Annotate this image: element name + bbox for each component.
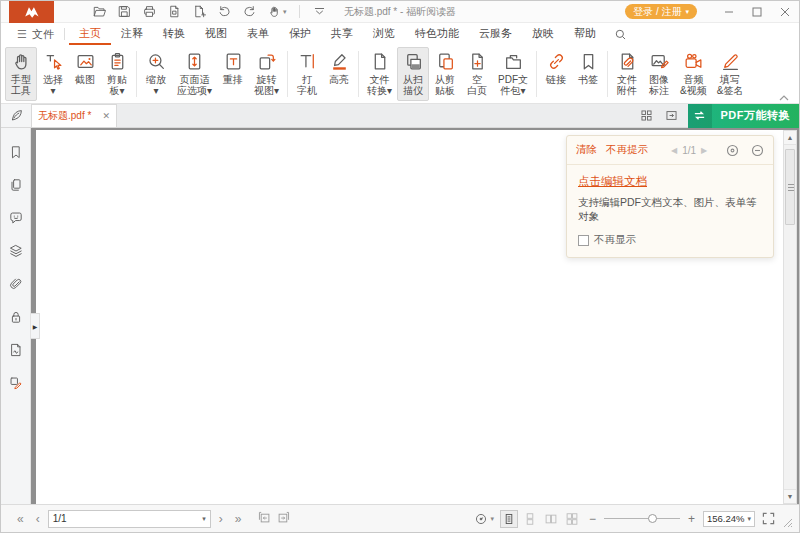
resize-grip[interactable]	[783, 518, 793, 528]
ribbon-file-attachment-button[interactable]: 文件附件	[611, 47, 643, 101]
file-menu-button[interactable]: ☰ 文件	[11, 23, 60, 45]
dont-remind-button[interactable]: 不再提示	[606, 143, 648, 157]
continuous-view-button[interactable]	[521, 510, 539, 528]
ribbon-link-button[interactable]: 链接	[540, 47, 572, 101]
quill-pen-button[interactable]	[1, 104, 31, 127]
notification-minimize-button[interactable]	[751, 144, 764, 157]
clear-button[interactable]: 清除	[576, 143, 597, 157]
hand-select-button[interactable]: ▾	[267, 4, 287, 19]
menu-tab-present[interactable]: 放映	[522, 23, 564, 45]
zoom-out-button[interactable]: −	[587, 512, 598, 526]
menu-tab-cloud[interactable]: 云服务	[469, 23, 522, 45]
login-register-button[interactable]: 登录 / 注册 ▾	[625, 4, 697, 19]
undo-button[interactable]	[217, 4, 232, 19]
vertical-scrollbar[interactable]: ▲ ▼	[783, 130, 797, 504]
ribbon-audio-video-button[interactable]: 音频&视频	[675, 47, 712, 101]
menu-tab-features[interactable]: 特色功能	[405, 23, 469, 45]
ribbon-hand-tool-button[interactable]: 手型工具	[5, 47, 37, 101]
create-pdf-button[interactable]	[192, 4, 207, 19]
ribbon-page-fit-button[interactable]: 页面适应选项▾	[172, 47, 217, 101]
print-button[interactable]	[142, 4, 157, 19]
dont-show-checkbox[interactable]	[578, 235, 589, 246]
document-tab[interactable]: 无标题.pdf * ✕	[31, 104, 117, 127]
attachments-panel-button[interactable]	[8, 276, 24, 292]
search-button[interactable]	[606, 23, 635, 45]
menu-tab-form[interactable]: 表单	[237, 23, 279, 45]
menu-tab-view[interactable]: 视图	[195, 23, 237, 45]
ribbon-zoom-button[interactable]: 缩放▾	[140, 47, 172, 101]
ribbon-from-scanner-button[interactable]: 从扫描仪	[397, 47, 429, 101]
signatures-panel-button[interactable]	[8, 342, 24, 358]
ribbon-rotate-view-button[interactable]: 旋转视图▾	[249, 47, 284, 101]
menu-tab-share[interactable]: 共享	[321, 23, 363, 45]
scrollbar-thumb[interactable]	[785, 149, 795, 225]
tab-grid-button[interactable]	[634, 104, 659, 127]
close-button[interactable]	[771, 1, 799, 23]
tab-close-button[interactable]: ✕	[102, 111, 110, 121]
ribbon-pdf-portfolio-button[interactable]: PDF文件包▾	[493, 47, 533, 101]
page-export-icon	[167, 4, 182, 19]
next-page-button[interactable]: ›	[215, 513, 227, 525]
notification-settings-button[interactable]	[726, 144, 739, 157]
ribbon-typewriter-button[interactable]: 打字机	[291, 47, 323, 101]
scroll-down-icon[interactable]: ▼	[784, 489, 796, 503]
status-bar: « ‹ 1/1 ▾ › » ▾ − +	[1, 504, 799, 532]
ribbon-highlight-button[interactable]: 高亮	[323, 47, 355, 101]
ribbon-bookmark-button[interactable]: 书签	[572, 47, 604, 101]
next-view-button[interactable]	[277, 510, 291, 527]
page-number-combo[interactable]: 1/1 ▾	[48, 510, 211, 528]
scroll-up-icon[interactable]: ▲	[784, 131, 796, 145]
ribbon-file-attachment-label: 文件附件	[617, 74, 637, 96]
ribbon-fill-sign-button[interactable]: 填写&签名	[712, 47, 749, 101]
collapse-ribbon-button[interactable]	[777, 89, 791, 99]
save-button[interactable]	[117, 4, 132, 19]
sidebar-expand-button[interactable]: ▶	[31, 313, 40, 339]
fullscreen-button[interactable]	[761, 512, 775, 526]
comments-panel-button[interactable]	[8, 210, 24, 226]
pdf-convert-button[interactable]: PDF万能转换	[688, 104, 800, 128]
menu-tab-browse[interactable]: 浏览	[363, 23, 405, 45]
menu-tab-convert[interactable]: 转换	[153, 23, 195, 45]
stamps-panel-button[interactable]	[8, 375, 24, 391]
zoom-slider-thumb[interactable]	[648, 514, 657, 523]
customize-toolbar-button[interactable]	[312, 4, 327, 19]
menu-tab-home[interactable]: 主页	[69, 23, 111, 45]
first-page-button[interactable]: «	[13, 513, 28, 525]
pager-next-icon[interactable]: ▶	[701, 146, 707, 155]
zoom-in-button[interactable]: +	[686, 512, 697, 526]
ribbon-clipboard-button[interactable]: 剪贴板▾	[101, 47, 133, 101]
open-file-button[interactable]	[92, 4, 107, 19]
layers-panel-button[interactable]	[8, 243, 24, 259]
ribbon-image-annotation-button[interactable]: 图像标注	[643, 47, 675, 101]
maximize-button[interactable]	[743, 1, 771, 23]
menu-tab-protect[interactable]: 保护	[279, 23, 321, 45]
zoom-level-combo[interactable]: 156.24% ▾	[703, 511, 755, 527]
menu-tab-help[interactable]: 帮助	[564, 23, 606, 45]
dont-show-again-option[interactable]: 不再显示	[578, 233, 762, 247]
last-page-button[interactable]: »	[231, 513, 246, 525]
pager-prev-icon[interactable]: ◀	[671, 146, 677, 155]
previous-page-button[interactable]: ‹	[32, 513, 44, 525]
bookmarks-panel-button[interactable]	[8, 144, 24, 160]
redo-button[interactable]	[242, 4, 257, 19]
pages-panel-button[interactable]	[8, 177, 24, 193]
menu-tab-comment[interactable]: 注释	[111, 23, 153, 45]
zoom-slider[interactable]	[604, 512, 680, 526]
single-page-view-button[interactable]	[500, 510, 518, 528]
ribbon-snapshot-label: 截图	[75, 74, 95, 85]
ribbon-file-convert-button[interactable]: 文件转换▾	[362, 47, 397, 101]
facing-view-button[interactable]	[542, 510, 560, 528]
tab-switch-button[interactable]	[659, 104, 684, 127]
email-page-button[interactable]	[167, 4, 182, 19]
previous-view-button[interactable]	[257, 510, 271, 527]
ribbon-select-button[interactable]: 选择▾	[37, 47, 69, 101]
ribbon-blank-page-button[interactable]: 空白页	[461, 47, 493, 101]
ribbon-snapshot-button[interactable]: 截图	[69, 47, 101, 101]
zoom-tool-button[interactable]: ▾	[474, 512, 494, 526]
edit-document-link[interactable]: 点击编辑文档	[578, 174, 647, 189]
minimize-button[interactable]	[715, 1, 743, 23]
ribbon-from-clipboard-button[interactable]: 从剪贴板	[429, 47, 461, 101]
ribbon-reflow-button[interactable]: 重排	[217, 47, 249, 101]
security-panel-button[interactable]	[8, 309, 24, 325]
facing-continuous-view-button[interactable]	[563, 510, 581, 528]
